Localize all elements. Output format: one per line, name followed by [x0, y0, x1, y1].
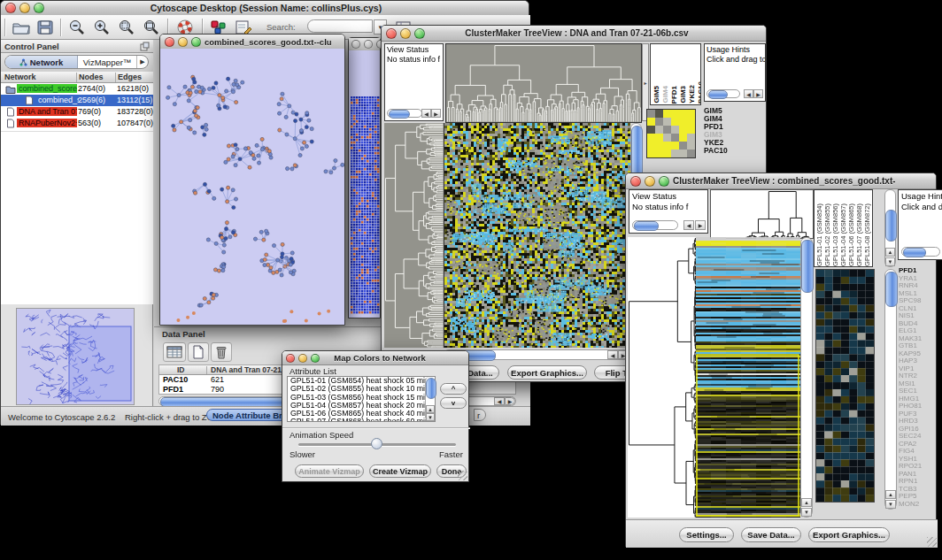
zoom-heatmap-cell[interactable]	[663, 142, 671, 150]
close-icon[interactable]	[630, 176, 641, 187]
zoom-heatmap-cell[interactable]	[655, 142, 663, 150]
tv1-export-graphics-button[interactable]: Export Graphics...	[507, 365, 587, 380]
scroll-left-icon[interactable]: ◀	[607, 350, 618, 359]
search-input[interactable]	[307, 19, 373, 33]
network-view-canvas-2[interactable]	[349, 50, 380, 318]
sample-column-label[interactable]: GPL51-03 (GSM856)	[831, 203, 839, 266]
zoom-heatmap-cell[interactable]	[671, 134, 679, 142]
zoom-heatmap-cell[interactable]	[679, 150, 687, 157]
zoom-heatmap-cell[interactable]	[655, 110, 663, 118]
network-overview-canvas[interactable]	[17, 309, 134, 404]
zoom-heatmap-cell[interactable]	[655, 118, 663, 126]
heatmap-row-label[interactable]: PAC10	[704, 147, 757, 155]
attribute-table-icon[interactable]	[163, 342, 186, 362]
tv1-row-dendrogram[interactable]	[384, 123, 444, 348]
network-row[interactable]: RNAPuberNov2+563(0)107847(0)	[1, 118, 153, 129]
minimize-icon[interactable]	[400, 28, 411, 39]
tab-overflow-arrow[interactable]: ▶	[137, 56, 148, 68]
close-icon[interactable]	[351, 40, 360, 49]
zoom-heatmap-cell[interactable]	[647, 110, 655, 118]
move-down-button[interactable]: v	[440, 397, 467, 409]
scroll-right-icon[interactable]: ▶	[505, 397, 515, 405]
zoom-in-icon[interactable]	[89, 17, 114, 38]
tv1-vscroll-thumb[interactable]	[631, 126, 643, 177]
heatmap-column-label[interactable]: PFD1	[670, 86, 678, 104]
scroll-up-icon[interactable]: ▲	[426, 405, 435, 413]
tv2-zoom-vscrollbar[interactable]: ▲ ▼	[884, 269, 897, 510]
open-folder-icon[interactable]	[9, 17, 34, 38]
col-nodes[interactable]: Nodes	[79, 72, 104, 83]
zoom-heatmap-cell[interactable]	[663, 134, 671, 142]
scroll-right-icon[interactable]: ▶	[753, 89, 763, 98]
zoom-heatmap-cell[interactable]	[679, 142, 687, 150]
sample-column-label[interactable]: GPL51-01 (GSM854)	[815, 203, 823, 266]
tv2-status-scrollbar[interactable]	[632, 220, 678, 230]
zoom-heatmap-cell[interactable]	[655, 150, 663, 157]
zoom-heatmap-cell[interactable]	[671, 110, 679, 118]
tv2-save-data-button[interactable]: Save Data...	[741, 527, 801, 542]
attribute-list[interactable]: GPL51-01 (GSM854) heat shock 05 minGPL51…	[287, 376, 436, 422]
zoom-window-icon[interactable]	[191, 37, 201, 47]
zoom-heatmap-cell[interactable]	[687, 150, 695, 157]
tab-network[interactable]: Network	[5, 56, 78, 68]
zoom-window-icon[interactable]	[414, 28, 425, 39]
scroll-down-icon[interactable]: ▼	[885, 500, 896, 509]
tv2-vscrollbar[interactable]: ▲ ▼	[800, 237, 813, 518]
zoom-window-icon[interactable]	[34, 3, 44, 13]
new-attribute-icon[interactable]	[188, 342, 209, 362]
tv2-column-dendrogram[interactable]	[710, 189, 814, 239]
close-icon[interactable]	[5, 3, 16, 13]
heatmap-column-label[interactable]: PAC10	[697, 81, 701, 104]
network-row[interactable]: combined_sco2569(6)13112(15)	[1, 95, 153, 106]
gene-row-label[interactable]: MON2	[899, 501, 942, 509]
zoom-heatmap-cell[interactable]	[663, 126, 671, 134]
tv1-hscrollbar[interactable]: ◀ ▶	[444, 349, 629, 360]
tab-fragment[interactable]: r	[474, 409, 486, 421]
main-titlebar[interactable]: Cytoscape Desktop (Session Name: collins…	[1, 1, 529, 16]
zoom-heatmap-cell[interactable]	[671, 126, 679, 134]
scroll-down-icon[interactable]: ▼	[885, 257, 895, 266]
tv1-heatmap[interactable]	[444, 123, 630, 348]
zoom-heatmap-cell[interactable]	[687, 118, 695, 126]
tv2-row-dendrogram[interactable]	[628, 237, 696, 518]
zoom-heatmap-cell[interactable]	[679, 118, 687, 126]
zoom-heatmap-cell[interactable]	[647, 118, 655, 126]
speed-slider-thumb[interactable]	[371, 438, 382, 449]
heatmap-column-label[interactable]: GIM3	[679, 86, 687, 104]
minimize-icon[interactable]	[364, 40, 373, 49]
zoom-heatmap-cell[interactable]	[663, 110, 671, 118]
tv1-status-scrollbar[interactable]	[387, 109, 422, 118]
zoom-heatmap-cell[interactable]	[687, 110, 695, 118]
zoom-heatmap-cell[interactable]	[655, 126, 663, 134]
sample-column-label[interactable]: GPL51-04 (GSM857)	[839, 203, 847, 266]
zoom-heatmap-cell[interactable]	[647, 126, 655, 134]
animate-vizmap-button[interactable]: Animate Vizmap	[295, 464, 364, 478]
zoom-heatmap-cell[interactable]	[687, 126, 695, 134]
scroll-up-icon[interactable]: ▲	[885, 248, 895, 257]
tv2-labels-scrollbar[interactable]: ▲ ▼	[884, 189, 896, 267]
zoom-heatmap-cell[interactable]	[647, 142, 655, 150]
scroll-right-icon[interactable]: ▶	[695, 220, 706, 230]
network-view-canvas-1[interactable]	[160, 49, 344, 325]
close-icon[interactable]	[386, 28, 397, 39]
zoom-heatmap-cell[interactable]	[679, 110, 687, 118]
zoom-heatmap-cell[interactable]	[647, 150, 655, 157]
scroll-down-icon[interactable]: ▼	[426, 413, 435, 421]
delete-attribute-icon[interactable]	[211, 342, 232, 362]
zoom-out-icon[interactable]	[65, 17, 89, 38]
tv2-settings-button[interactable]: Settings...	[679, 527, 734, 542]
zoom-heatmap-cell[interactable]	[679, 126, 687, 134]
tv2-zoom-heatmap[interactable]	[815, 269, 875, 502]
scroll-left-icon[interactable]: ◀	[421, 109, 431, 118]
close-icon[interactable]	[165, 37, 174, 47]
tab-vizmapper[interactable]: VizMapper™	[78, 56, 137, 68]
tv1-zoom-heatmap[interactable]	[646, 109, 696, 158]
sample-column-label[interactable]: GPL51-02 (GSM855)	[823, 203, 831, 266]
sample-column-label[interactable]: GPL51-07 (GSM868)	[855, 203, 863, 266]
zoom-heatmap-cell[interactable]	[679, 134, 687, 142]
heatmap-column-label[interactable]: GIM4	[661, 86, 669, 104]
scroll-up-icon[interactable]: ▲	[801, 498, 812, 507]
scroll-down-icon[interactable]: ▼	[801, 508, 812, 517]
zoom-heatmap-cell[interactable]	[647, 134, 655, 142]
scroll-right-icon[interactable]: ▶	[431, 109, 441, 118]
